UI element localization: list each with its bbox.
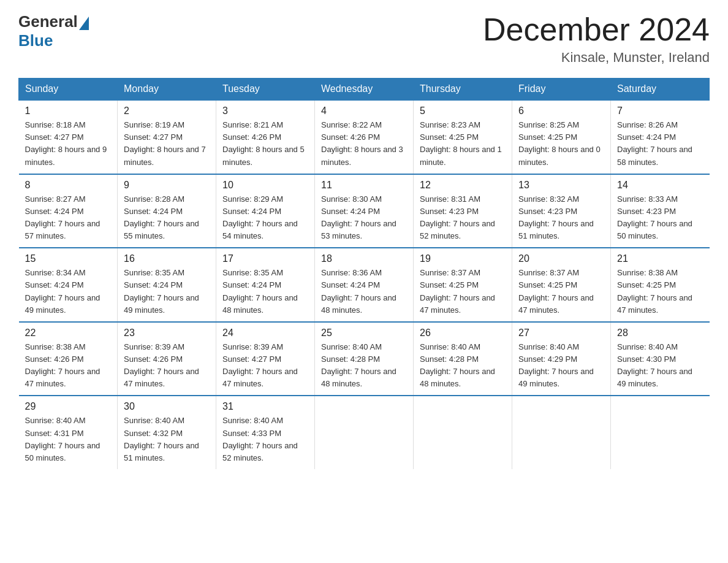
day-number: 26 xyxy=(420,327,506,339)
day-info: Sunrise: 8:36 AM Sunset: 4:24 PM Dayligh… xyxy=(321,267,407,316)
table-row: 26 Sunrise: 8:40 AM Sunset: 4:28 PM Dayl… xyxy=(414,322,512,396)
table-row xyxy=(315,396,414,469)
col-sunday: Sunday xyxy=(19,79,118,101)
day-number: 27 xyxy=(518,327,604,339)
day-number: 5 xyxy=(420,105,506,117)
table-row: 13 Sunrise: 8:32 AM Sunset: 4:23 PM Dayl… xyxy=(512,174,611,248)
day-number: 20 xyxy=(518,253,604,264)
day-info: Sunrise: 8:18 AM Sunset: 4:27 PM Dayligh… xyxy=(25,119,112,169)
day-number: 24 xyxy=(222,327,308,339)
day-number: 2 xyxy=(124,105,210,117)
month-title: December 2024 xyxy=(483,12,710,47)
day-info: Sunrise: 8:32 AM Sunset: 4:23 PM Dayligh… xyxy=(518,193,604,243)
table-row: 4 Sunrise: 8:22 AM Sunset: 4:26 PM Dayli… xyxy=(315,100,414,174)
day-info: Sunrise: 8:34 AM Sunset: 4:24 PM Dayligh… xyxy=(25,267,112,316)
day-info: Sunrise: 8:40 AM Sunset: 4:32 PM Dayligh… xyxy=(124,415,210,464)
table-row: 23 Sunrise: 8:39 AM Sunset: 4:26 PM Dayl… xyxy=(118,322,216,396)
table-row: 6 Sunrise: 8:25 AM Sunset: 4:25 PM Dayli… xyxy=(512,100,611,174)
day-number: 6 xyxy=(518,105,604,117)
logo-triangle-icon xyxy=(79,17,89,30)
day-info: Sunrise: 8:19 AM Sunset: 4:27 PM Dayligh… xyxy=(124,119,210,169)
day-number: 14 xyxy=(617,180,703,191)
table-row: 28 Sunrise: 8:40 AM Sunset: 4:30 PM Dayl… xyxy=(611,322,710,396)
day-info: Sunrise: 8:39 AM Sunset: 4:27 PM Dayligh… xyxy=(222,341,308,391)
table-row: 24 Sunrise: 8:39 AM Sunset: 4:27 PM Dayl… xyxy=(216,322,315,396)
day-info: Sunrise: 8:25 AM Sunset: 4:25 PM Dayligh… xyxy=(518,119,604,169)
day-number: 12 xyxy=(420,180,506,191)
table-row: 1 Sunrise: 8:18 AM Sunset: 4:27 PM Dayli… xyxy=(19,100,118,174)
table-row: 17 Sunrise: 8:35 AM Sunset: 4:24 PM Dayl… xyxy=(216,248,315,322)
day-number: 21 xyxy=(617,253,703,264)
table-row: 22 Sunrise: 8:38 AM Sunset: 4:26 PM Dayl… xyxy=(19,322,118,396)
calendar-week-row: 22 Sunrise: 8:38 AM Sunset: 4:26 PM Dayl… xyxy=(19,322,710,396)
day-info: Sunrise: 8:27 AM Sunset: 4:24 PM Dayligh… xyxy=(25,193,112,243)
day-number: 17 xyxy=(222,253,308,264)
logo-blue-text: Blue xyxy=(18,31,53,50)
day-info: Sunrise: 8:37 AM Sunset: 4:25 PM Dayligh… xyxy=(518,267,604,316)
table-row: 19 Sunrise: 8:37 AM Sunset: 4:25 PM Dayl… xyxy=(414,248,512,322)
table-row: 16 Sunrise: 8:35 AM Sunset: 4:24 PM Dayl… xyxy=(118,248,216,322)
day-info: Sunrise: 8:35 AM Sunset: 4:24 PM Dayligh… xyxy=(124,267,210,316)
calendar-header-row: Sunday Monday Tuesday Wednesday Thursday… xyxy=(19,79,710,101)
table-row: 25 Sunrise: 8:40 AM Sunset: 4:28 PM Dayl… xyxy=(315,322,414,396)
table-row: 20 Sunrise: 8:37 AM Sunset: 4:25 PM Dayl… xyxy=(512,248,611,322)
day-info: Sunrise: 8:30 AM Sunset: 4:24 PM Dayligh… xyxy=(321,193,407,243)
calendar-week-row: 8 Sunrise: 8:27 AM Sunset: 4:24 PM Dayli… xyxy=(19,174,710,248)
day-info: Sunrise: 8:40 AM Sunset: 4:33 PM Dayligh… xyxy=(222,415,308,464)
day-number: 28 xyxy=(617,327,703,339)
day-info: Sunrise: 8:40 AM Sunset: 4:29 PM Dayligh… xyxy=(518,341,604,391)
table-row xyxy=(414,396,512,469)
day-number: 30 xyxy=(124,401,210,412)
day-number: 3 xyxy=(222,105,308,117)
calendar-week-row: 29 Sunrise: 8:40 AM Sunset: 4:31 PM Dayl… xyxy=(19,396,710,469)
calendar-week-row: 15 Sunrise: 8:34 AM Sunset: 4:24 PM Dayl… xyxy=(19,248,710,322)
table-row xyxy=(611,396,710,469)
calendar-table: Sunday Monday Tuesday Wednesday Thursday… xyxy=(18,78,710,469)
day-number: 16 xyxy=(124,253,210,264)
day-info: Sunrise: 8:26 AM Sunset: 4:24 PM Dayligh… xyxy=(617,119,703,169)
day-number: 13 xyxy=(518,180,604,191)
day-info: Sunrise: 8:40 AM Sunset: 4:31 PM Dayligh… xyxy=(25,415,112,464)
calendar-week-row: 1 Sunrise: 8:18 AM Sunset: 4:27 PM Dayli… xyxy=(19,100,710,174)
day-number: 22 xyxy=(25,327,112,339)
day-info: Sunrise: 8:28 AM Sunset: 4:24 PM Dayligh… xyxy=(124,193,210,243)
col-saturday: Saturday xyxy=(611,79,710,101)
table-row: 29 Sunrise: 8:40 AM Sunset: 4:31 PM Dayl… xyxy=(19,396,118,469)
day-number: 29 xyxy=(25,401,112,412)
day-info: Sunrise: 8:38 AM Sunset: 4:25 PM Dayligh… xyxy=(617,267,703,316)
table-row: 8 Sunrise: 8:27 AM Sunset: 4:24 PM Dayli… xyxy=(19,174,118,248)
col-thursday: Thursday xyxy=(414,79,512,101)
day-info: Sunrise: 8:31 AM Sunset: 4:23 PM Dayligh… xyxy=(420,193,506,243)
table-row: 5 Sunrise: 8:23 AM Sunset: 4:25 PM Dayli… xyxy=(414,100,512,174)
table-row: 12 Sunrise: 8:31 AM Sunset: 4:23 PM Dayl… xyxy=(414,174,512,248)
table-row: 2 Sunrise: 8:19 AM Sunset: 4:27 PM Dayli… xyxy=(118,100,216,174)
table-row: 18 Sunrise: 8:36 AM Sunset: 4:24 PM Dayl… xyxy=(315,248,414,322)
col-friday: Friday xyxy=(512,79,611,101)
table-row: 27 Sunrise: 8:40 AM Sunset: 4:29 PM Dayl… xyxy=(512,322,611,396)
day-number: 15 xyxy=(25,253,112,264)
table-row: 21 Sunrise: 8:38 AM Sunset: 4:25 PM Dayl… xyxy=(611,248,710,322)
table-row: 14 Sunrise: 8:33 AM Sunset: 4:23 PM Dayl… xyxy=(611,174,710,248)
day-info: Sunrise: 8:37 AM Sunset: 4:25 PM Dayligh… xyxy=(420,267,506,316)
table-row: 15 Sunrise: 8:34 AM Sunset: 4:24 PM Dayl… xyxy=(19,248,118,322)
day-info: Sunrise: 8:22 AM Sunset: 4:26 PM Dayligh… xyxy=(321,119,407,169)
table-row: 9 Sunrise: 8:28 AM Sunset: 4:24 PM Dayli… xyxy=(118,174,216,248)
day-number: 8 xyxy=(25,180,112,191)
table-row: 11 Sunrise: 8:30 AM Sunset: 4:24 PM Dayl… xyxy=(315,174,414,248)
day-info: Sunrise: 8:21 AM Sunset: 4:26 PM Dayligh… xyxy=(222,119,308,169)
day-info: Sunrise: 8:40 AM Sunset: 4:28 PM Dayligh… xyxy=(321,341,407,391)
day-number: 18 xyxy=(321,253,407,264)
day-number: 4 xyxy=(321,105,407,117)
day-number: 11 xyxy=(321,180,407,191)
day-number: 1 xyxy=(25,105,112,117)
table-row: 7 Sunrise: 8:26 AM Sunset: 4:24 PM Dayli… xyxy=(611,100,710,174)
table-row: 30 Sunrise: 8:40 AM Sunset: 4:32 PM Dayl… xyxy=(118,396,216,469)
day-info: Sunrise: 8:39 AM Sunset: 4:26 PM Dayligh… xyxy=(124,341,210,391)
page-header: General Blue December 2024 Kinsale, Muns… xyxy=(18,12,710,66)
logo: General Blue xyxy=(18,12,90,50)
day-number: 25 xyxy=(321,327,407,339)
location: Kinsale, Munster, Ireland xyxy=(483,50,710,66)
col-wednesday: Wednesday xyxy=(315,79,414,101)
day-number: 31 xyxy=(222,401,308,412)
day-info: Sunrise: 8:33 AM Sunset: 4:23 PM Dayligh… xyxy=(617,193,703,243)
